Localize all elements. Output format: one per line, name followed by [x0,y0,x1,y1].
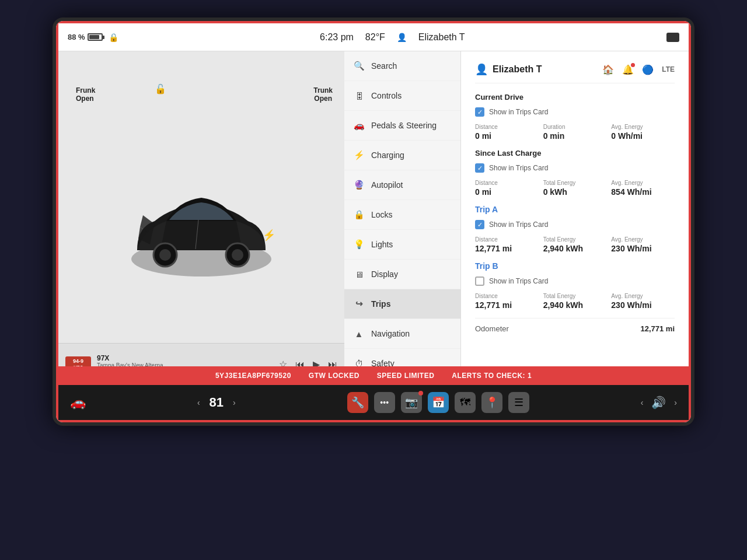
odometer-value: 12,771 mi [640,324,675,333]
display-icon: 🖥 [354,269,364,279]
nav-item-pedals[interactable]: 🚗 Pedals & Steering [344,111,460,141]
screen: SERVICE MODE SERVICE MODE SERVICE MODE 8… [56,21,691,422]
nav-item-lights[interactable]: 💡 Lights [344,230,460,260]
speed-display: 81 [210,395,224,410]
charge-total-energy-value: 0 kWh [543,187,607,197]
lock-icon: 🔒 [109,33,118,42]
battery-indicator: 88 % [68,33,103,41]
status-user: Elizabeth T [418,32,465,43]
show-trips-label-charge: Show in Trips Card [489,164,548,172]
nav-item-autopilot[interactable]: 🔮 Autopilot [344,170,460,200]
controls-icon: 🎛 [354,90,364,101]
autopilot-icon: 🔮 [354,180,364,190]
speed-down-arrow[interactable]: ‹ [197,398,200,407]
unchecked-box-b[interactable] [475,276,484,286]
show-trips-label-a: Show in Trips Card [489,220,548,229]
menu-app[interactable]: ☰ [508,392,529,413]
nav-item-display[interactable]: 🖥 Display [344,260,460,289]
home-icon: 🏠 [602,64,614,75]
current-avg-energy-label: Avg. Energy [611,124,675,130]
volume-left-arrow[interactable]: ‹ [641,398,644,407]
nav-label-pedals: Pedals & Steering [371,121,437,130]
bell-wrapper: 🔔 [622,64,634,75]
show-trips-label-b: Show in Trips Card [489,277,548,285]
status-temp: 82°F [365,32,385,43]
check-icon-charge[interactable]: ✓ [475,163,484,173]
red-tool-icon: 🔧 [351,396,364,409]
nav-label-locks: Locks [371,210,393,219]
nav-item-charging[interactable]: ⚡ Charging [344,141,460,170]
current-duration-value: 0 min [543,131,607,141]
odometer-row: Odometer 12,771 mi [475,318,675,333]
dots-app[interactable]: ••• [374,392,395,413]
red-tool-app[interactable]: 🔧 [347,392,368,413]
trip-a-total-energy-label: Total Energy [543,236,607,243]
current-distance-label: Distance [475,124,539,130]
svg-text:⚡: ⚡ [263,229,276,242]
nav-item-navigation[interactable]: ▲ Navigation [344,319,460,349]
status-left: 88 % 🔒 [68,33,118,42]
trip-b-avg-energy-value: 230 Wh/mi [611,300,675,310]
charging-icon: ⚡ [354,150,364,160]
trip-b-distance-label: Distance [475,293,539,299]
maps-app[interactable]: 🗺 [455,392,476,413]
show-trips-row-b: Show in Trips Card [475,276,675,286]
nav-label-autopilot: Autopilot [371,180,403,190]
pin-app[interactable]: 📍 [481,392,502,413]
current-distance: Distance 0 mi [475,124,539,141]
trip-a-link[interactable]: Trip A [475,205,675,214]
nav-item-controls[interactable]: 🎛 Controls [344,81,460,111]
nav-item-search[interactable]: 🔍 Search [344,51,460,81]
trip-b-total-energy-label: Total Energy [543,293,607,299]
calendar-app[interactable]: 📅 [428,392,449,413]
status-center: 6:23 pm 82°F 👤 Elizabeth T [320,32,465,43]
navigation-icon: ▲ [354,328,364,339]
car-home-icon[interactable]: 🚗 [70,395,86,410]
trip-b-avg-energy-label: Avg. Energy [611,293,675,299]
nav-label-navigation: Navigation [371,329,410,338]
trip-a-avg-energy-label: Avg. Energy [611,236,675,243]
nav-label-display: Display [371,270,398,279]
alert-speed: SPEED LIMITED [377,372,435,380]
trip-b-link[interactable]: Trip B [475,261,675,271]
charge-distance-label: Distance [475,180,539,186]
status-time: 6:23 pm [320,32,354,43]
trip-b-stats: Distance 12,771 mi Total Energy 2,940 kW… [475,293,675,310]
bezel: SERVICE MODE SERVICE MODE SERVICE MODE 8… [53,18,694,426]
current-drive-title: Current Drive [475,93,675,102]
volume-icon: 🔊 [651,396,666,410]
trip-b-total-energy: Total Energy 2,940 kWh [543,293,607,310]
trip-a-stats: Distance 12,771 mi Total Energy 2,940 kW… [475,236,675,253]
dots-icon: ••• [380,398,389,407]
car-panel: Frunk Open 🔓 Trunk Open [58,51,344,385]
nav-item-trips[interactable]: ↪ Trips [344,289,460,319]
check-icon-drive[interactable]: ✓ [475,107,484,117]
volume-right-arrow[interactable]: › [674,398,677,407]
frunk-status: Open [76,94,95,103]
speed-up-arrow[interactable]: › [233,398,236,407]
menu-icon: ☰ [514,396,523,409]
user-name-row: 👤 Elizabeth T [475,63,542,76]
car-image-area: Frunk Open 🔓 Trunk Open [58,51,344,385]
camera-app[interactable]: 📷 [401,392,422,413]
trip-a-distance: Distance 12,771 mi [475,236,539,253]
alert-bar: 5YJ3E1EA8PF679520 GTW LOCKED SPEED LIMIT… [58,366,689,385]
charge-avg-energy: Avg. Energy 854 Wh/mi [611,180,675,197]
alert-vin: 5YJ3E1EA8PF679520 [215,372,291,380]
show-trips-label-drive: Show in Trips Card [489,108,548,116]
camera-notification-dot [418,391,423,396]
trip-a-avg-energy-value: 230 Wh/mi [611,244,675,253]
odometer-label: Odometer [475,324,509,333]
trip-b-distance: Distance 12,771 mi [475,293,539,310]
trip-a-total-energy-value: 2,940 kWh [543,244,607,253]
check-icon-a[interactable]: ✓ [475,220,484,229]
nav-panel: 🔍 Search 🎛 Controls 🚗 Pedals & Steering … [344,51,461,385]
user-avatar-icon: 👤 [475,63,488,76]
nav-item-locks[interactable]: 🔒 Locks [344,200,460,230]
track-name: 97X [97,354,273,362]
trip-a-total-energy: Total Energy 2,940 kWh [543,236,607,253]
speed-value: 81 [210,395,224,410]
trips-icon: ↪ [354,299,364,309]
search-nav-icon: 🔍 [354,61,364,71]
charge-total-energy-label: Total Energy [543,180,607,186]
